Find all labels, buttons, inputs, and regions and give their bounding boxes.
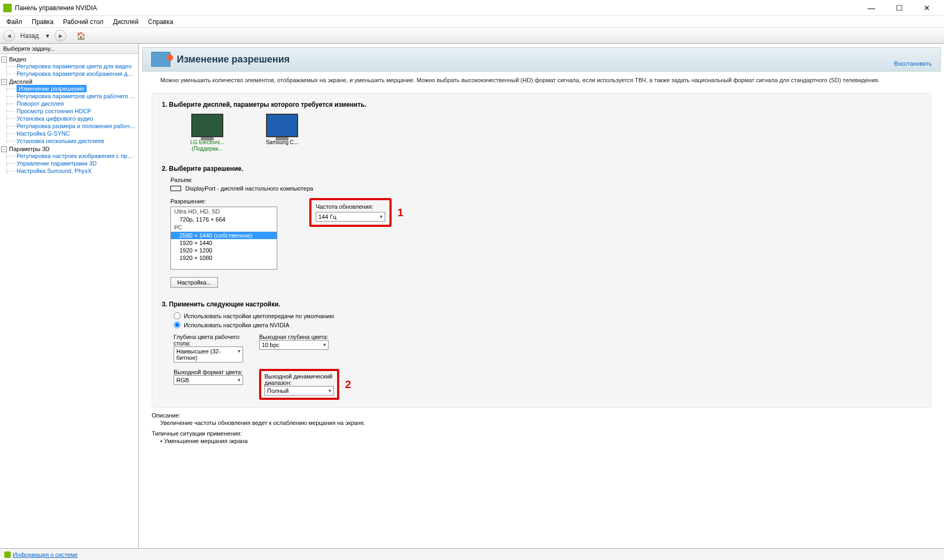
task-tree: −ВидеоРегулировка параметров цвета для в… [0, 54, 138, 548]
tree-category[interactable]: Видео [9, 56, 26, 62]
menu-display[interactable]: Дисплей [108, 17, 143, 27]
tree-category[interactable]: Дисплей [9, 78, 33, 85]
nav-toolbar: ◄ Назад ▾ ► 🏠 [0, 28, 944, 44]
output-format-dropdown[interactable]: RGB [174, 375, 243, 385]
step3-title: 3. Применить следующие настройки. [162, 301, 921, 308]
back-dropdown-icon[interactable]: ▾ [44, 32, 51, 40]
menubar: Файл Правка Рабочий стол Дисплей Справка [0, 16, 944, 28]
menu-desktop[interactable]: Рабочий стол [59, 17, 107, 27]
customize-button[interactable]: Настройка... [170, 277, 218, 288]
resolution-item[interactable]: 1920 × 1080 [171, 254, 277, 262]
typical-block: Типичные ситуации применения: • Уменьшен… [152, 430, 931, 444]
output-range-dropdown[interactable]: Полный [264, 386, 334, 396]
tree-toggle[interactable]: − [1, 146, 7, 152]
displayport-icon [170, 186, 181, 191]
settings-panel: 1. Выберите дисплей, параметры которого … [152, 93, 931, 408]
resolution-item[interactable]: 1920 × 1200 [171, 247, 277, 254]
port-value: DisplayPort - дисплей настольного компью… [185, 185, 313, 192]
step1-title: 1. Выберите дисплей, параметры которого … [162, 101, 921, 108]
system-info-link[interactable]: Информация о системе [13, 551, 77, 558]
description-block: Описание: Увеличение частоты обновления … [152, 412, 931, 426]
sidebar: Выберите задачу... −ВидеоРегулировка пар… [0, 44, 139, 548]
minimize-button[interactable]: ― [861, 4, 882, 12]
info-icon [4, 551, 11, 558]
statusbar: Информация о системе [0, 548, 944, 560]
radio-nvidia[interactable] [174, 321, 181, 328]
display-sublabel: (Поддержк... [183, 146, 231, 152]
tree-item[interactable]: Настройка G-SYNC [7, 130, 137, 137]
restore-link[interactable]: Восстановить [894, 60, 932, 67]
display-item[interactable]: Samsung C... [258, 114, 306, 152]
menu-edit[interactable]: Правка [28, 17, 58, 27]
page-title: Изменение разрешения [177, 54, 894, 65]
resolution-group: Ultra HD, HD, SD [171, 207, 277, 216]
output-depth-label: Выходная глубина цвета: [259, 334, 339, 340]
step2-title: 2. Выберите разрешение. [162, 165, 921, 172]
resolution-listbox[interactable]: Ultra HD, HD, SD720p, 1176 × 664PC2560 ×… [170, 207, 277, 270]
display-item[interactable]: LG Electroni...(Поддержк... [183, 114, 231, 152]
annotation-box-2: Выходной динамический диапазон: Полный 2 [259, 369, 339, 400]
back-label: Назад [18, 32, 41, 40]
tree-item[interactable]: Установка цифрового аудио [7, 115, 137, 122]
tree-item[interactable]: Управление параметрами 3D [7, 160, 137, 167]
tree-item[interactable]: Регулировка размера и положения рабочего… [7, 122, 137, 130]
page-icon [151, 52, 170, 67]
annotation-1: 1 [397, 207, 403, 219]
annotation-box-1: Частота обновления: 144 Гц 1 [309, 198, 392, 227]
tree-toggle[interactable]: − [1, 79, 7, 85]
resolution-group: PC [171, 223, 277, 232]
desc-body: Увеличение частоты обновления ведет к ос… [160, 420, 931, 426]
home-icon[interactable]: 🏠 [75, 30, 87, 42]
radio-default-row[interactable]: Использовать настройки цветопередачи по … [174, 312, 921, 319]
page-description: Можно уменьшить количество элементов, от… [139, 72, 944, 89]
annotation-2: 2 [345, 378, 351, 391]
port-row: DisplayPort - дисплей настольного компью… [170, 185, 921, 192]
radio-nvidia-row[interactable]: Использовать настройки цвета NVIDIA [174, 321, 921, 328]
sidebar-header: Выберите задачу... [0, 44, 138, 54]
output-range-label: Выходной динамический диапазон: [264, 373, 334, 386]
port-label: Разъем: [170, 177, 921, 183]
typical-item: • Уменьшение мерцания экрана [160, 438, 931, 444]
refresh-rate-dropdown[interactable]: 144 Гц [316, 212, 385, 222]
radio-default-label: Использовать настройки цветопередачи по … [184, 313, 334, 319]
resolution-item[interactable]: 720p, 1176 × 664 [171, 216, 277, 223]
close-button[interactable]: ✕ [916, 4, 938, 12]
color-depth-label: Глубина цвета рабочего стола: [174, 334, 254, 346]
maximize-button[interactable]: ☐ [888, 4, 910, 12]
radio-default[interactable] [174, 312, 181, 319]
output-depth-dropdown[interactable]: 10 bpc [259, 340, 329, 350]
desc-title: Описание: [152, 412, 931, 419]
tree-item[interactable]: Регулировка параметров цвета для видео [7, 62, 137, 70]
tree-item[interactable]: Регулировка настроек изображения с просм… [7, 152, 137, 160]
back-button[interactable]: ◄ [3, 30, 15, 42]
menu-help[interactable]: Справка [144, 17, 177, 27]
tree-item[interactable]: Поворот дисплея [7, 100, 137, 107]
titlebar: Панель управления NVIDIA ― ☐ ✕ [0, 0, 944, 16]
resolution-item[interactable]: 2560 × 1440 (собственное) [171, 232, 277, 239]
page-header: Изменение разрешения Восстановить [142, 47, 941, 72]
resolution-label: Разрешение: [170, 198, 277, 204]
tree-item[interactable]: Регулировка параметров изображения для в… [7, 70, 137, 77]
refresh-label: Частота обновления: [316, 203, 385, 210]
tree-item[interactable]: Установка нескольких дисплеев [7, 137, 137, 145]
output-format-label: Выходной формат цвета: [174, 369, 254, 375]
typical-title: Типичные ситуации применения: [152, 430, 931, 437]
display-selector: LG Electroni...(Поддержк...Samsung C... [183, 114, 921, 152]
nvidia-icon [3, 4, 12, 12]
window-title: Панель управления NVIDIA [15, 4, 861, 12]
menu-file[interactable]: Файл [2, 17, 27, 27]
window-controls: ― ☐ ✕ [861, 4, 941, 12]
monitor-icon [191, 114, 223, 137]
resolution-item[interactable]: 1920 × 1440 [171, 239, 277, 247]
forward-button[interactable]: ► [54, 30, 66, 42]
radio-nvidia-label: Использовать настройки цвета NVIDIA [184, 322, 290, 328]
tree-item[interactable]: Просмотр состояния HDCP [7, 107, 137, 115]
monitor-icon [266, 114, 298, 137]
tree-category[interactable]: Параметры 3D [9, 146, 50, 152]
tree-toggle[interactable]: − [1, 57, 7, 62]
main-content: Изменение разрешения Восстановить Можно … [139, 44, 944, 548]
tree-item[interactable]: Изменение разрешения [7, 85, 137, 92]
tree-item[interactable]: Регулировка параметров цвета рабочего ст… [7, 92, 137, 100]
tree-item[interactable]: Настройка Surround, PhysX [7, 167, 137, 175]
color-depth-dropdown[interactable]: Наивысшее (32-битное) [174, 346, 243, 362]
